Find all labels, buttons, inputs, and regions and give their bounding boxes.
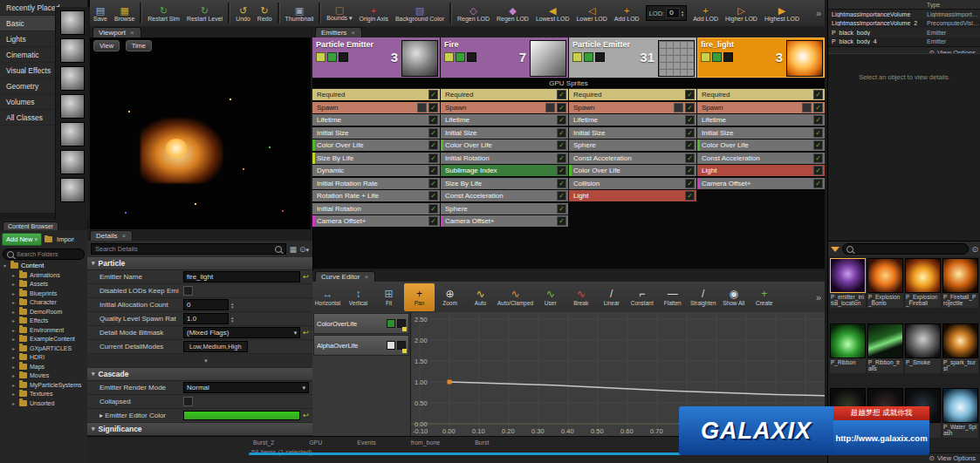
placement-asset-thumbnail[interactable] [60,66,85,91]
toolbar-button-background-color[interactable]: ▨Background Color [392,0,448,26]
folder-item-demoroom[interactable]: ▸DemoRoom [0,307,87,317]
module-initial-rotation[interactable]: Initial Rotation✓ [312,203,440,214]
module-enabled-checkbox[interactable]: ✓ [557,153,566,163]
module-enabled-checkbox[interactable]: ✓ [428,166,438,175]
time-menu-button[interactable]: Time [126,40,152,51]
module-enabled-checkbox[interactable]: ✓ [557,204,566,214]
reset-to-default-icon[interactable]: ↩ [303,412,309,419]
module-enabled-checkbox[interactable]: ✓ [685,191,695,201]
toolbar-button-add-lod[interactable]: +Add LOD [611,0,643,26]
bottom-asset-label-burst-2[interactable]: Burst_2 [253,439,274,446]
asset-search-input[interactable] [842,243,969,255]
folder-item-maps[interactable]: ▸Maps [0,362,87,371]
asset-tile-p-explosion-fireball[interactable]: P_Explosion_Fireball [905,258,941,322]
asset-tile-p-smoke[interactable]: P_Smoke [905,323,941,387]
module-initial-size[interactable]: Initial Size✓ [569,127,696,139]
module-spawn[interactable]: Spawn✓ [312,102,440,113]
color-swatch[interactable] [183,411,300,420]
placement-asset-thumbnail[interactable] [60,122,85,146]
asset-tile-p-ribbon[interactable]: P_Ribbon [830,323,866,387]
module-color-over-life[interactable]: Color Over Life✓ [697,140,825,151]
asset-tile-p-water-splash[interactable]: P_Water_Splash [942,388,978,452]
details-section-cascade[interactable]: ▾Cascade [87,368,312,381]
dropdown-select[interactable]: (Mixed Flags)▾ [183,327,300,338]
spinner-down-icon[interactable]: ▾ [682,13,684,17]
curve-tool-zoom[interactable]: ⊕Zoom [435,283,465,311]
emitter-chip[interactable] [595,52,605,62]
spinner-down-icon[interactable]: ▾ [231,305,234,309]
emitter-header-fire-1[interactable]: Fire7 [441,37,568,78]
settings-icon[interactable]: ⊙ [971,245,978,254]
emitter-chip[interactable] [327,52,337,62]
asset-tile-p-emitter-initial-location[interactable]: P_emitter_initial_location [830,258,866,322]
emitter-chip[interactable] [444,52,454,62]
emitter-chip[interactable] [723,52,733,62]
detail-modes-button[interactable]: Low,Medium,High [183,341,248,352]
module-enabled-checkbox[interactable]: ✓ [557,191,566,201]
module-const-acceleration[interactable]: Const Acceleration✓ [569,153,696,164]
toolbar-button-add-lod[interactable]: +Add LOD [689,0,722,26]
placement-asset-thumbnail[interactable] [60,10,85,35]
emitter-chip[interactable] [701,52,710,62]
folder-item-environment[interactable]: ▸Environment [0,325,87,335]
sidebar-item-visual-effects[interactable]: Visual Effects [0,63,61,78]
reset-to-default-icon[interactable]: ↩ [303,329,309,337]
module-size-by-life[interactable]: Size By Life✓ [441,178,568,189]
module-lifetime[interactable]: Lifetime✓ [441,114,568,126]
details-search-input[interactable]: Search Details [91,243,286,255]
sidebar-item-lights[interactable]: Lights [0,31,61,47]
module-required[interactable]: Required✓ [569,89,696,100]
import-button[interactable]: Import [45,235,74,243]
module-spawn[interactable]: Spawn✓ [697,102,825,113]
curve-tool-fit[interactable]: ⊞Fit [373,283,404,311]
module-sublimage-index[interactable]: Sublimage Index✓ [441,165,568,176]
module-enabled-checkbox[interactable]: ✓ [813,90,823,99]
folder-item-gxparticles[interactable]: ▸GXpARTICLES [0,344,87,353]
module-initial-size[interactable]: Initial Size✓ [697,127,825,139]
module-dynamic[interactable]: Dynamic✓ [312,165,440,176]
curve-track-coloroverlife[interactable]: ColorOverLife [313,313,409,334]
coloroverlife-curve[interactable] [449,382,825,398]
toolbar-button-browse[interactable]: ▦Browse [111,0,138,26]
asset-tile-p-spark-burst[interactable]: P_spark_burst [942,323,978,387]
add-new-button[interactable]: Add New ▾ [2,233,42,246]
module-enabled-checkbox[interactable]: ✓ [685,179,695,188]
module-initial-size[interactable]: Initial Size✓ [441,127,568,139]
folder-item-character[interactable]: ▸Character [0,298,87,308]
module-sphere[interactable]: Sphere✓ [569,140,696,151]
module-enabled-checkbox[interactable]: ✓ [557,90,566,99]
details-section-particle[interactable]: ▾Particle [87,257,312,270]
folder-item-animations[interactable]: ▸Animations [0,270,87,280]
module-curve-icon[interactable] [802,103,812,112]
module-enabled-checkbox[interactable]: ✓ [428,216,438,226]
module-enabled-checkbox[interactable]: ✓ [557,166,566,175]
module-enabled-checkbox[interactable]: ✓ [813,140,823,150]
module-enabled-checkbox[interactable]: ✓ [813,103,823,112]
curve-key-point[interactable] [448,380,452,385]
module-initial-rotation[interactable]: Initial Rotation✓ [441,153,568,164]
module-size-by-life[interactable]: Size By Life✓ [312,153,440,164]
track-color-chip[interactable] [387,319,395,328]
content-root-folder[interactable]: ▾ Content [0,261,87,270]
emitter-chip[interactable] [316,52,326,62]
emitter-chip[interactable] [339,52,348,62]
module-lifetime[interactable]: Lifetime✓ [697,114,825,126]
bottom-asset-label-from-bone[interactable]: from_bone [411,439,440,446]
folder-item-movies[interactable]: ▸Movies [0,371,87,381]
curve-tool-show-all[interactable]: ◉Show All [718,283,749,311]
module-enabled-checkbox[interactable]: ✓ [813,128,823,138]
view-menu-button[interactable]: View [93,40,120,51]
toolbar-button-regen-lod[interactable]: ◆Regen LOD [493,0,532,26]
checkbox[interactable] [183,286,193,296]
module-curve-icon[interactable] [545,103,555,112]
outliner-row-p-black-body[interactable]: P_black_bodyEmitter [828,28,980,37]
outliner-row-lightmassimportancevolume[interactable]: LightmassImportanceVolumeLightmassImport… [828,10,980,19]
viewport-canvas[interactable]: View Time [90,37,311,229]
module-enabled-checkbox[interactable]: ✓ [557,115,566,125]
module-enabled-checkbox[interactable]: ✓ [428,179,438,188]
module-enabled-checkbox[interactable]: ✓ [428,191,438,201]
curve-tool-vertical[interactable]: ↕Vertical [343,283,373,311]
tab-emitters[interactable]: Emitters × [315,27,362,37]
module-enabled-checkbox[interactable]: ✓ [557,128,566,138]
module-color-over-life[interactable]: Color Over Life✓ [441,140,568,151]
